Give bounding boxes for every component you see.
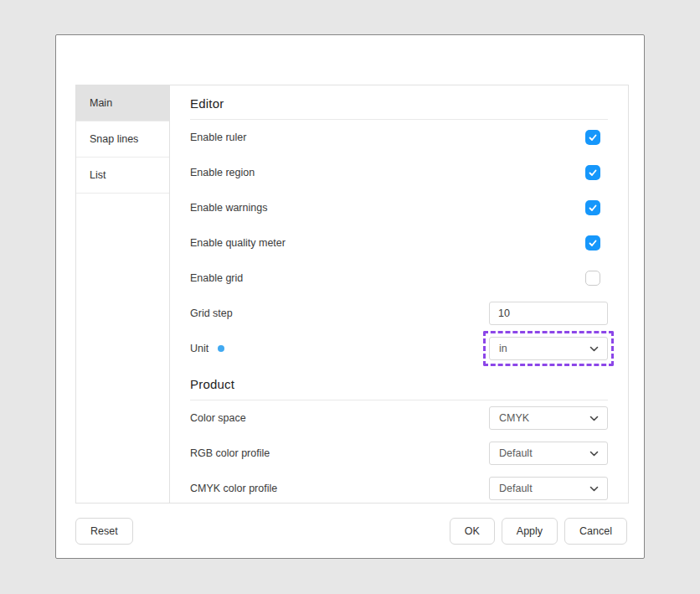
- chevron-down-icon: [589, 483, 600, 494]
- rgb-color-profile-dropdown[interactable]: Default: [489, 442, 608, 465]
- color-space-dropdown[interactable]: CMYK: [489, 406, 608, 430]
- color-space-dropdown-value: CMYK: [499, 412, 529, 424]
- setting-row-enable-ruler: Enable ruler: [190, 120, 608, 155]
- setting-row-cmyk-color-profile: CMYK color profile Default: [190, 471, 608, 506]
- reset-button[interactable]: Reset: [75, 518, 133, 545]
- sidebar-item-list[interactable]: List: [76, 158, 169, 194]
- setting-label: Enable quality meter: [190, 237, 286, 249]
- setting-label: CMYK color profile: [190, 483, 277, 494]
- sidebar-item-label: List: [90, 169, 106, 181]
- chevron-down-icon: [589, 343, 600, 354]
- cmyk-color-profile-dropdown-value: Default: [499, 483, 533, 494]
- sidebar-item-label: Snap lines: [90, 133, 138, 145]
- editor-section-heading: Editor: [190, 85, 608, 119]
- dialog-footer: Reset OK Apply Cancel: [75, 518, 627, 545]
- unit-dropdown-wrap: in: [489, 337, 608, 360]
- setting-row-grid-step: Grid step: [190, 296, 608, 331]
- checkmark-icon: [588, 132, 598, 142]
- setting-label: Grid step: [190, 307, 233, 319]
- enable-quality-meter-checkbox[interactable]: [585, 235, 600, 251]
- modified-indicator-dot: [218, 345, 224, 352]
- rgb-color-profile-dropdown-value: Default: [499, 447, 533, 459]
- enable-region-checkbox[interactable]: [585, 165, 600, 180]
- chevron-down-icon: [589, 413, 600, 424]
- grid-step-input[interactable]: [489, 302, 608, 325]
- setting-label: Unit: [190, 343, 224, 354]
- enable-warnings-checkbox[interactable]: [585, 200, 600, 215]
- checkmark-icon: [588, 238, 598, 248]
- setting-label: Enable warnings: [190, 202, 267, 214]
- apply-button[interactable]: Apply: [502, 518, 558, 545]
- product-section-heading: Product: [190, 366, 608, 400]
- enable-grid-checkbox[interactable]: [585, 271, 600, 286]
- setting-label: Enable grid: [190, 272, 243, 284]
- setting-row-rgb-color-profile: RGB color profile Default: [190, 436, 608, 471]
- unit-label-text: Unit: [190, 343, 208, 354]
- settings-panel: Main Snap lines List Editor Enable ruler…: [75, 85, 629, 504]
- checkmark-icon: [588, 203, 598, 213]
- setting-row-enable-grid: Enable grid: [190, 261, 608, 296]
- checkmark-icon: [588, 168, 598, 178]
- setting-row-enable-quality-meter: Enable quality meter: [190, 225, 608, 261]
- enable-ruler-checkbox[interactable]: [585, 130, 600, 145]
- sidebar-item-label: Main: [90, 97, 112, 109]
- sidebar-item-snap-lines[interactable]: Snap lines: [76, 121, 169, 158]
- settings-dialog: Settings Main Snap lines List Editor Ena…: [55, 34, 645, 559]
- sidebar: Main Snap lines List: [76, 85, 170, 503]
- setting-label: Enable ruler: [190, 132, 246, 143]
- setting-row-enable-warnings: Enable warnings: [190, 190, 608, 225]
- setting-row-unit: Unit in: [190, 331, 608, 366]
- setting-row-enable-region: Enable region: [190, 155, 608, 190]
- setting-label: RGB color profile: [190, 447, 270, 459]
- setting-label: Color space: [190, 412, 246, 424]
- cmyk-color-profile-dropdown[interactable]: Default: [489, 477, 608, 500]
- setting-label: Enable region: [190, 167, 255, 178]
- cancel-button[interactable]: Cancel: [564, 518, 627, 545]
- unit-dropdown-value: in: [499, 343, 507, 354]
- footer-button-group: OK Apply Cancel: [450, 518, 627, 545]
- sidebar-item-main[interactable]: Main: [76, 85, 169, 121]
- chevron-down-icon: [589, 448, 600, 459]
- ok-button[interactable]: OK: [450, 518, 495, 545]
- settings-content: Editor Enable ruler Enable region Enable…: [170, 85, 628, 503]
- setting-row-color-space: Color space CMYK: [190, 400, 608, 436]
- unit-dropdown[interactable]: in: [489, 337, 608, 360]
